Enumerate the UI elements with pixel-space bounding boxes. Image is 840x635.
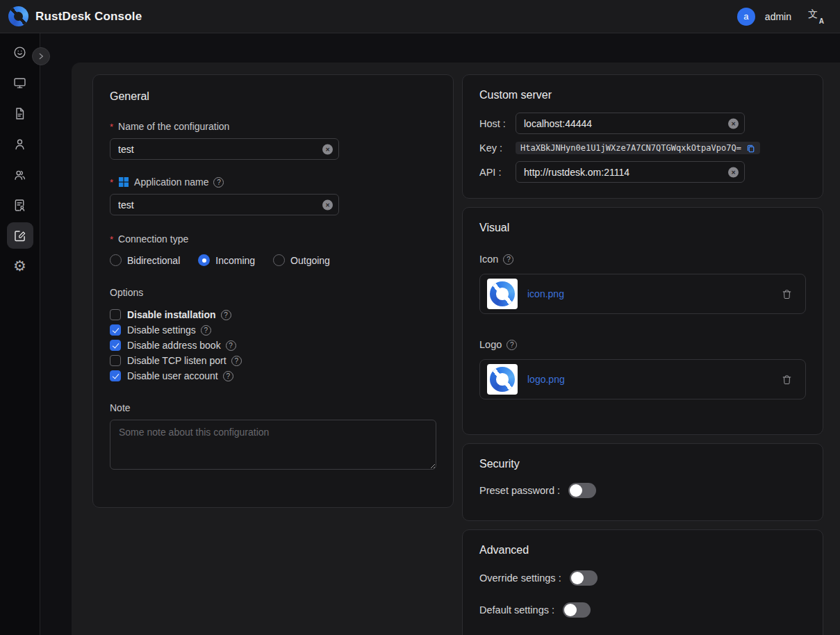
trash-icon <box>781 288 793 300</box>
api-input[interactable] <box>516 161 745 183</box>
brand: RustDesk Console <box>8 6 142 26</box>
override-settings-label: Override settings : <box>479 572 561 584</box>
option-disable-address-book[interactable]: Disable address book <box>110 340 436 351</box>
key-value: HtaXBkJNHyn0e1U1jWXze7A7CN7QTGWqxkOtpaVp… <box>516 142 760 154</box>
application-name-input[interactable] <box>110 194 339 215</box>
monitor-icon <box>13 76 27 90</box>
sidebar-item-home[interactable] <box>7 39 33 65</box>
logo-file-link[interactable]: logo.png <box>527 374 565 385</box>
note-textarea[interactable] <box>110 420 436 470</box>
sidebar-item-custom-clients[interactable] <box>7 222 33 249</box>
option-disable-tcp-listen-port[interactable]: Disable TCP listen port <box>110 355 436 366</box>
sidebar-item-logs[interactable] <box>7 100 33 126</box>
preset-password-row: Preset password : <box>479 483 806 498</box>
logo-upload-item: logo.png <box>479 359 806 399</box>
config-name-value[interactable] <box>118 144 318 155</box>
checkbox[interactable] <box>110 309 121 320</box>
radio-dot[interactable] <box>198 254 210 266</box>
clear-icon[interactable] <box>322 144 333 154</box>
copy-icon[interactable] <box>746 144 755 153</box>
general-title: General <box>110 90 436 103</box>
connection-type-label: Connection type <box>110 233 436 245</box>
radio-dot[interactable] <box>110 254 122 266</box>
options-list: Disable installation Disable settings Di… <box>110 309 436 381</box>
radio-dot[interactable] <box>273 254 285 266</box>
face-smile-icon <box>13 45 27 60</box>
checkbox[interactable] <box>110 340 121 351</box>
help-icon[interactable] <box>507 340 517 350</box>
option-disable-settings[interactable]: Disable settings <box>110 324 436 336</box>
sidebar-item-users[interactable] <box>7 131 33 157</box>
rustdesk-logo-icon <box>490 281 515 306</box>
left-column: General Name of the configuration Applic… <box>92 74 454 508</box>
document-icon <box>13 106 27 121</box>
visual-title: Visual <box>479 222 806 234</box>
host-value[interactable] <box>524 118 723 129</box>
help-icon[interactable] <box>201 325 211 336</box>
preset-password-toggle[interactable] <box>568 483 596 498</box>
visual-card: Visual Icon icon.png <box>462 207 823 435</box>
checkbox[interactable] <box>110 370 121 381</box>
options-label: Options <box>110 287 436 298</box>
checkbox[interactable] <box>110 324 121 336</box>
option-disable-user-account[interactable]: Disable user account <box>110 370 436 381</box>
app-title: RustDesk Console <box>35 10 142 24</box>
custom-server-card: Custom server Host : Key : HtaXBkJNHyn0e… <box>462 74 823 199</box>
icon-thumbnail <box>487 279 518 309</box>
sidebar-expand-button[interactable] <box>32 47 50 65</box>
key-label: Key : <box>479 142 516 154</box>
radio-outgoing[interactable]: Outgoing <box>273 254 330 266</box>
help-icon[interactable] <box>503 254 513 265</box>
help-icon[interactable] <box>223 371 233 381</box>
default-settings-row: Default settings : <box>479 602 806 618</box>
avatar[interactable]: a <box>737 8 755 26</box>
delete-icon-button[interactable] <box>781 288 793 300</box>
required-marker <box>110 177 113 188</box>
option-disable-installation[interactable]: Disable installation <box>110 309 436 320</box>
help-icon[interactable] <box>213 177 224 188</box>
general-card: General Name of the configuration Applic… <box>92 74 454 508</box>
radio-incoming[interactable]: Incoming <box>198 254 255 266</box>
override-settings-toggle[interactable] <box>570 570 598 586</box>
icon-file-link[interactable]: icon.png <box>527 288 564 299</box>
icon-upload-item: icon.png <box>479 274 806 314</box>
security-card: Security Preset password : <box>462 443 823 521</box>
icon-label: Icon <box>479 254 806 265</box>
translate-icon[interactable]: 文 A <box>808 8 825 25</box>
rustdesk-logo-icon <box>490 367 515 392</box>
right-column: Custom server Host : Key : HtaXBkJNHyn0e… <box>462 74 823 635</box>
config-name-input[interactable] <box>110 138 339 160</box>
checkbox[interactable] <box>110 355 121 366</box>
host-input[interactable] <box>516 113 745 134</box>
override-settings-row: Override settings : <box>479 570 806 586</box>
delete-logo-button[interactable] <box>781 374 793 386</box>
user-icon <box>13 137 27 151</box>
preset-password-label: Preset password : <box>479 485 560 496</box>
username[interactable]: admin <box>765 11 791 22</box>
clear-icon[interactable] <box>728 118 739 129</box>
radio-bidirectional[interactable]: Bidirectional <box>110 254 180 266</box>
clear-icon[interactable] <box>728 167 739 177</box>
help-icon[interactable] <box>226 340 236 351</box>
advanced-card: Advanced Override settings : Default set… <box>462 529 823 635</box>
config-name-label: Name of the configuration <box>110 121 436 132</box>
application-name-value[interactable] <box>118 199 318 211</box>
help-icon[interactable] <box>231 356 242 366</box>
default-settings-toggle[interactable] <box>563 602 591 618</box>
edit-square-icon <box>13 229 27 243</box>
sidebar-item-address-books[interactable] <box>7 192 33 218</box>
sidebar-item-devices[interactable] <box>7 69 33 96</box>
connection-type-group: Bidirectional Incoming Outgoing <box>110 254 436 266</box>
api-value[interactable] <box>524 167 723 178</box>
custom-server-title: Custom server <box>479 89 806 101</box>
logo-label: Logo <box>479 339 806 350</box>
help-icon[interactable] <box>221 310 231 320</box>
topbar-right: a admin 文 A <box>737 8 825 26</box>
api-row: API : <box>479 161 806 183</box>
topbar: RustDesk Console a admin 文 A <box>0 0 840 33</box>
clear-icon[interactable] <box>322 199 333 210</box>
sidebar-item-groups[interactable] <box>7 161 33 188</box>
rustdesk-logo-icon <box>8 6 28 26</box>
trash-icon <box>781 374 793 386</box>
sidebar-item-settings[interactable]: ⚙ <box>7 253 33 279</box>
